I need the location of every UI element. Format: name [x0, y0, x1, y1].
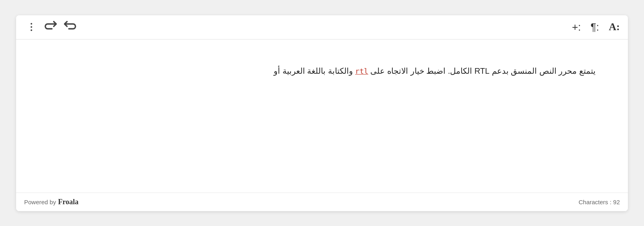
powered-by: Powered by Froala — [24, 198, 78, 206]
redo-button[interactable] — [43, 20, 58, 34]
toolbar-right: +: ¶: A: — [572, 21, 620, 33]
brand-label: Froala — [58, 198, 78, 206]
char-count: Characters : 92 — [578, 199, 620, 205]
font-button[interactable]: A: — [609, 21, 620, 33]
undo-button[interactable] — [63, 20, 77, 34]
undo-icon — [63, 20, 77, 34]
toolbar: +: ¶: A: — [16, 15, 628, 39]
content-text-before: يتمتع محرر النص المنسق بدعم RTL الكامل. … — [368, 66, 596, 75]
insert-button[interactable]: +: — [572, 21, 581, 33]
powered-by-label: Powered by — [24, 199, 56, 205]
rtl-link[interactable]: rtl — [355, 67, 368, 75]
paragraph-button[interactable]: ¶: — [590, 21, 599, 33]
editor-container: +: ¶: A: يتمتع محرر النص المنسق بدعم RTL… — [16, 15, 628, 211]
toolbar-left — [24, 20, 77, 34]
more-options-button[interactable] — [24, 20, 39, 34]
content-text-after: والكتابة باللغة العربية أو — [274, 66, 355, 75]
more-options-icon — [29, 21, 34, 33]
editor-content[interactable]: يتمتع محرر النص المنسق بدعم RTL الكامل. … — [48, 64, 596, 78]
editor-footer: Powered by Froala Characters : 92 — [16, 193, 628, 211]
redo-icon — [43, 20, 58, 34]
editor-body[interactable]: يتمتع محرر النص المنسق بدعم RTL الكامل. … — [16, 39, 628, 193]
